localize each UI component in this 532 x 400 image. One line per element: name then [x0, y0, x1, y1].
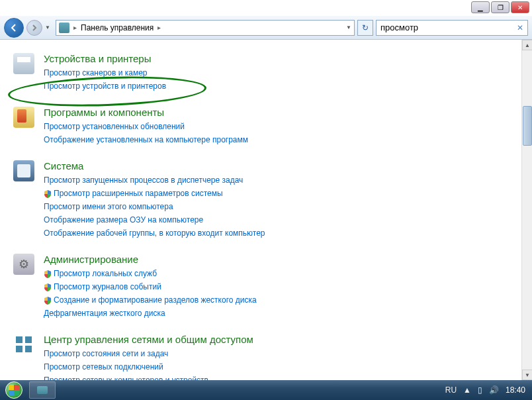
- result-link[interactable]: Просмотр расширенных параметров системы: [44, 187, 521, 199]
- arrow-right-icon: [31, 25, 38, 31]
- scrollbar-thumb[interactable]: [523, 106, 532, 146]
- section-title[interactable]: Центр управления сетями и общим доступом: [44, 334, 521, 345]
- result-link[interactable]: Просмотр состояния сети и задач: [44, 348, 521, 360]
- control-panel-icon: [37, 386, 48, 394]
- result-link[interactable]: Создание и форматирование разделов жестк…: [44, 294, 521, 306]
- windows-logo-icon: [5, 381, 22, 399]
- taskbar: RU ▲ ▯ 🔊 18:40: [0, 380, 532, 400]
- result-section: Центр управления сетями и общим доступом…: [13, 334, 521, 380]
- history-dropdown[interactable]: ▼: [45, 25, 53, 30]
- action-center-icon[interactable]: ▲: [463, 385, 471, 395]
- search-input[interactable]: [380, 23, 517, 32]
- language-indicator[interactable]: RU: [445, 385, 457, 395]
- search-box: ✕: [376, 20, 528, 36]
- result-link[interactable]: Просмотр журналов событий: [44, 281, 521, 293]
- admin-icon: [13, 254, 34, 275]
- programs-icon: [13, 107, 34, 128]
- clock[interactable]: 18:40: [506, 385, 525, 395]
- navigation-bar: ▼ ▸ Панель управления ▸ ▼ ↻ ✕: [0, 16, 532, 40]
- result-link[interactable]: Просмотр сканеров и камер: [44, 67, 521, 79]
- result-link[interactable]: Просмотр имени этого компьютера: [44, 201, 521, 213]
- address-dropdown[interactable]: ▼: [346, 25, 351, 30]
- control-panel-icon: [59, 23, 69, 33]
- network-icon: [13, 334, 34, 355]
- shield-icon: [44, 270, 52, 278]
- section-body: Программы и компонентыПросмотр установле…: [44, 107, 521, 147]
- maximize-button[interactable]: ❐: [491, 1, 510, 13]
- search-results: Устройства и принтерыПросмотр сканеров и…: [0, 40, 521, 380]
- result-section: СистемаПросмотр запущенных процессов в д…: [13, 160, 521, 240]
- breadcrumb-item[interactable]: Панель управления: [81, 23, 154, 32]
- close-button[interactable]: ✕: [511, 1, 529, 13]
- result-link[interactable]: Просмотр запущенных процессов в диспетче…: [44, 174, 521, 186]
- arrow-left-icon: [9, 23, 19, 32]
- result-section: Программы и компонентыПросмотр установле…: [13, 107, 521, 147]
- result-link[interactable]: Просмотр устройств и принтеров: [44, 80, 521, 92]
- system-icon: [13, 160, 34, 181]
- result-link[interactable]: Отображение размера ОЗУ на компьютере: [44, 214, 521, 226]
- printer-icon: [13, 53, 34, 74]
- refresh-button[interactable]: ↻: [357, 20, 373, 36]
- shield-icon: [44, 190, 52, 198]
- scroll-down-button[interactable]: ▼: [522, 370, 532, 380]
- result-link[interactable]: Просмотр установленных обновлений: [44, 121, 521, 132]
- clear-search-icon[interactable]: ✕: [517, 23, 523, 32]
- section-body: СистемаПросмотр запущенных процессов в д…: [44, 160, 521, 240]
- section-title[interactable]: Программы и компоненты: [44, 107, 521, 118]
- address-bar[interactable]: ▸ Панель управления ▸ ▼: [56, 20, 355, 36]
- section-body: Центр управления сетями и общим доступом…: [44, 334, 521, 380]
- scrollbar[interactable]: ▲ ▼: [521, 40, 532, 380]
- volume-icon[interactable]: 🔊: [489, 385, 499, 395]
- result-link[interactable]: Дефрагментация жесткого диска: [44, 307, 521, 319]
- shield-icon: [44, 283, 52, 291]
- breadcrumb-separator: ▸: [157, 24, 161, 31]
- back-button[interactable]: [4, 18, 24, 38]
- shield-icon: [44, 297, 52, 305]
- result-section: АдминистрированиеПросмотр локальных служ…: [13, 254, 521, 321]
- start-button[interactable]: [1, 381, 26, 399]
- taskbar-item-control-panel[interactable]: [29, 381, 56, 399]
- result-link[interactable]: Просмотр сетевых подключений: [44, 361, 521, 373]
- network-icon[interactable]: ▯: [478, 385, 482, 395]
- section-title[interactable]: Система: [44, 160, 521, 172]
- result-link[interactable]: Отображение установленных на компьютере …: [44, 134, 521, 146]
- section-body: Устройства и принтерыПросмотр сканеров и…: [44, 53, 521, 93]
- forward-button[interactable]: [26, 20, 42, 36]
- section-title[interactable]: Администрирование: [44, 254, 521, 265]
- result-link[interactable]: Отображение рабочей группы, в которую вх…: [44, 227, 521, 239]
- section-body: АдминистрированиеПросмотр локальных служ…: [44, 254, 521, 321]
- result-link[interactable]: Просмотр сетевых компьютеров и устройств: [44, 374, 521, 380]
- scroll-up-button[interactable]: ▲: [522, 40, 532, 50]
- result-section: Устройства и принтерыПросмотр сканеров и…: [13, 53, 521, 93]
- minimize-button[interactable]: ▁: [471, 1, 490, 13]
- system-tray: RU ▲ ▯ 🔊 18:40: [445, 385, 531, 395]
- result-link[interactable]: Просмотр локальных служб: [44, 268, 521, 279]
- breadcrumb-separator: ▸: [73, 24, 77, 31]
- section-title[interactable]: Устройства и принтеры: [44, 53, 521, 64]
